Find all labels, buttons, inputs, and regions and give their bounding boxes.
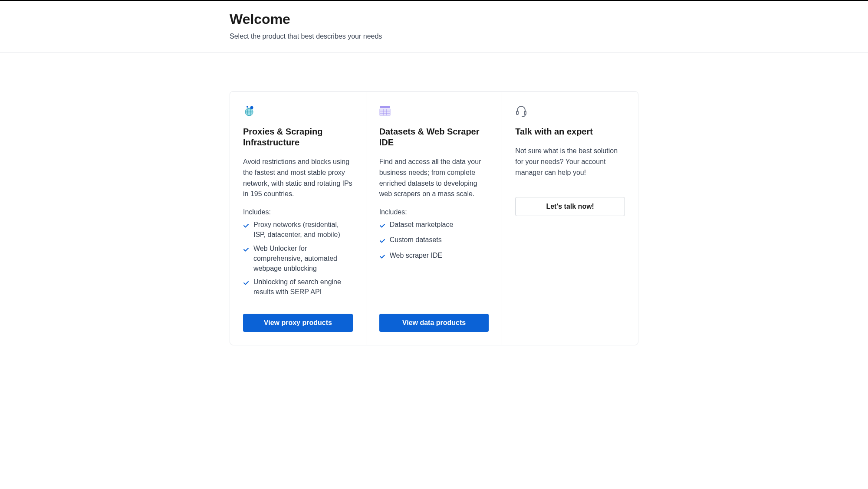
list-item: Dataset marketplace — [379, 220, 489, 231]
proxies-includes-label: Includes: — [243, 208, 353, 216]
cards-container: Proxies & Scraping Infrastructure Avoid … — [230, 91, 638, 345]
check-icon — [379, 252, 385, 262]
globe-network-icon — [243, 105, 353, 117]
check-icon — [379, 236, 385, 246]
expert-card-description: Not sure what is the best solution for y… — [515, 146, 625, 178]
datasets-card-title: Datasets & Web Scraper IDE — [379, 126, 489, 148]
proxies-card-description: Avoid restrictions and blocks using the … — [243, 157, 353, 200]
list-item-text: Web Unlocker for comprehensive, automate… — [253, 243, 353, 274]
data-grid-icon — [379, 105, 489, 117]
page-title: Welcome — [230, 11, 638, 27]
list-item-text: Dataset marketplace — [390, 220, 454, 230]
expert-card: Talk with an expert Not sure what is the… — [502, 92, 638, 345]
proxies-card-title: Proxies & Scraping Infrastructure — [243, 126, 353, 148]
check-icon — [243, 279, 249, 289]
list-item: Proxy networks (residential, ISP, datace… — [243, 220, 353, 240]
datasets-card-description: Find and access all the data your busine… — [379, 157, 489, 200]
view-proxy-products-button[interactable]: View proxy products — [243, 314, 353, 332]
datasets-includes-label: Includes: — [379, 208, 489, 216]
svg-rect-6 — [380, 106, 390, 108]
list-item: Web scraper IDE — [379, 250, 489, 262]
lets-talk-button[interactable]: Let's talk now! — [515, 197, 625, 216]
view-data-products-button[interactable]: View data products — [379, 314, 489, 332]
list-item: Custom datasets — [379, 235, 489, 246]
header-section: Welcome Select the product that best des… — [0, 1, 868, 53]
list-item-text: Unblocking of search engine results with… — [253, 277, 353, 297]
check-icon — [243, 221, 249, 231]
proxies-card: Proxies & Scraping Infrastructure Avoid … — [230, 92, 366, 345]
svg-point-4 — [250, 106, 253, 109]
svg-point-5 — [247, 106, 248, 108]
headset-icon — [515, 105, 625, 117]
list-item-text: Web scraper IDE — [390, 250, 443, 260]
list-item: Unblocking of search engine results with… — [243, 277, 353, 297]
cards-section: Proxies & Scraping Infrastructure Avoid … — [0, 91, 868, 345]
check-icon — [243, 245, 249, 255]
list-item-text: Proxy networks (residential, ISP, datace… — [253, 220, 353, 240]
list-item: Web Unlocker for comprehensive, automate… — [243, 243, 353, 274]
svg-rect-7 — [380, 109, 390, 115]
proxies-includes-list: Proxy networks (residential, ISP, datace… — [243, 220, 353, 300]
check-icon — [379, 221, 385, 231]
expert-card-title: Talk with an expert — [515, 126, 625, 137]
list-item-text: Custom datasets — [390, 235, 442, 245]
datasets-card: Datasets & Web Scraper IDE Find and acce… — [366, 92, 503, 345]
page-subtitle: Select the product that best describes y… — [230, 33, 638, 40]
datasets-includes-list: Dataset marketplace Custom datasets Web … — [379, 220, 489, 266]
